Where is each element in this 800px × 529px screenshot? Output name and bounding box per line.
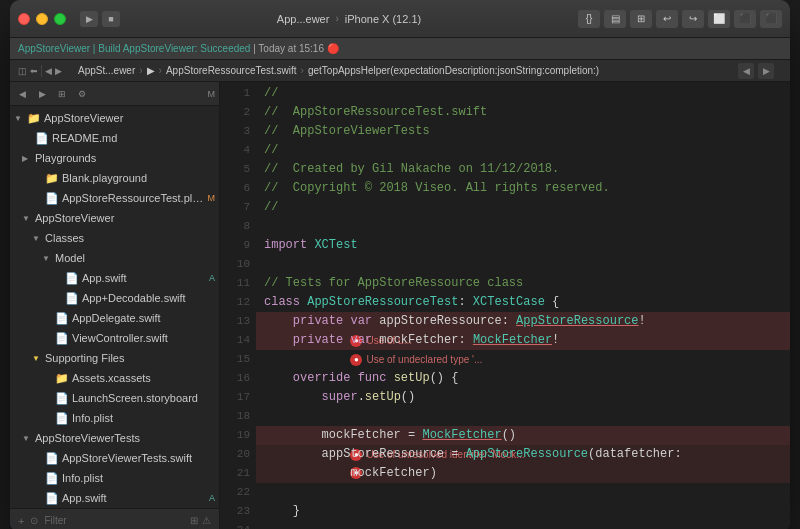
code-line-6: // Copyright © 2018 Viseo. All rights re…	[256, 179, 790, 198]
tree-item-readme[interactable]: 📄 README.md	[10, 128, 219, 148]
next-btn[interactable]: ▶	[758, 63, 774, 79]
code-line-16: override func setUp() {	[256, 369, 790, 388]
tests-app-label: App.swift	[62, 492, 206, 504]
bc-sep3: ›	[301, 65, 304, 76]
code-line-9: import XCTest	[256, 236, 790, 255]
run-button[interactable]: ▶	[80, 11, 98, 27]
layout3-btn[interactable]: ⬛	[760, 10, 782, 28]
tree-item-tests-plist[interactable]: 📄 Info.plist	[10, 468, 219, 488]
viewertests-label: AppStoreViewerTests.swift	[62, 452, 215, 464]
nav-fwd[interactable]: ↪	[682, 10, 704, 28]
code-line-2: // AppStoreRessourceTest.swift	[256, 103, 790, 122]
close-button[interactable]	[18, 13, 30, 25]
chevron-down-icon3: ▼	[32, 234, 42, 243]
tree-item-appstore-playground[interactable]: 📄 AppStoreRessourceTest.playground M	[10, 188, 219, 208]
sidebar-nav-btn[interactable]: ◀	[14, 86, 30, 102]
status-indicator: 🔴	[327, 43, 339, 54]
tree-item-appstoreviewer[interactable]: ▼ AppStoreViewer	[10, 208, 219, 228]
warning-icon[interactable]: ⚠	[202, 515, 211, 526]
fwd-btn[interactable]: ▶	[55, 66, 62, 76]
tree-item-infoplist[interactable]: 📄 Info.plist	[10, 408, 219, 428]
code-line-4: //	[256, 141, 790, 160]
line-num-18: 18	[220, 407, 250, 426]
tree-item-assets[interactable]: 📁 Assets.xcassets	[10, 368, 219, 388]
code-line-21: mockFetcher)	[256, 464, 790, 483]
sidebar-toggle[interactable]: ◫	[18, 66, 27, 76]
line-num-1: 1	[220, 84, 250, 103]
tree-item-tests-swift[interactable]: 📄 AppStoreViewerTests.swift	[10, 448, 219, 468]
add-icon[interactable]: +	[18, 515, 24, 527]
sidebar-settings-btn[interactable]: ⚙	[74, 86, 90, 102]
swift-icon6: 📄	[45, 492, 59, 505]
code-line-18	[256, 407, 790, 426]
tree-item-appdelegate[interactable]: 📄 AppDelegate.swift	[10, 308, 219, 328]
breadcrumb-folder[interactable]: ▶	[147, 65, 155, 76]
line-num-6: 6	[220, 179, 250, 198]
tree-item-app-decodable[interactable]: 📄 App+Decodable.swift	[10, 288, 219, 308]
sort-icon[interactable]: ⊞	[190, 515, 198, 526]
sidebar-fwd-btn[interactable]: ▶	[34, 86, 50, 102]
line-num-24: 24	[220, 521, 250, 529]
appstore-playground-label: AppStoreRessourceTest.playground	[62, 192, 205, 204]
tree-item-supporting[interactable]: ▼ Supporting Files	[10, 348, 219, 368]
inspector-button[interactable]: ⊞	[630, 10, 652, 28]
line-num-11: 11	[220, 274, 250, 293]
playground-icon: 📁	[45, 172, 59, 185]
titlebar: ▶ ■ App...ewer › iPhone X (12.1) {} ▤ ⊞ …	[10, 0, 790, 38]
tree-item-viewcontroller[interactable]: 📄 ViewController.swift	[10, 328, 219, 348]
sidebar-expand-btn[interactable]: ⊞	[54, 86, 70, 102]
tree-item-tests-app[interactable]: 📄 App.swift A	[10, 488, 219, 508]
code-line-7: //	[256, 198, 790, 217]
swift-icon4: 📄	[55, 332, 69, 345]
breadcrumb-file[interactable]: AppSt...ewer	[78, 65, 135, 76]
tree-item-playgrounds[interactable]: ▶ Playgrounds	[10, 148, 219, 168]
maximize-button[interactable]	[54, 13, 66, 25]
layout2-btn[interactable]: ⬛	[734, 10, 756, 28]
tree-item-blank-playground[interactable]: 📁 Blank.playground	[10, 168, 219, 188]
added-badge: A	[209, 273, 215, 283]
app-swift-label: App.swift	[82, 272, 206, 284]
line-num-14: 14	[220, 331, 250, 350]
grid-button[interactable]: ▤	[604, 10, 626, 28]
layout1-btn[interactable]: ⬜	[708, 10, 730, 28]
tree-item-classes[interactable]: ▼ Classes	[10, 228, 219, 248]
line-num-15: 15	[220, 350, 250, 369]
tree-item-tests[interactable]: ▼ AppStoreViewerTests	[10, 428, 219, 448]
code-content[interactable]: // // AppStoreRessourceTest.swift // App…	[256, 82, 790, 529]
prev-btn[interactable]: ◀	[738, 63, 754, 79]
hide-btn[interactable]: ⬅	[30, 66, 38, 76]
tree-item-launchscreen[interactable]: 📄 LaunchScreen.storyboard	[10, 388, 219, 408]
sidebar: ◀ ▶ ⊞ ⚙ M ▼ 📁 AppStoreViewer 📄 README.md	[10, 82, 220, 529]
appdelegate-label: AppDelegate.swift	[72, 312, 215, 324]
nav-controls: ◫ ⬅ ◀ ▶	[18, 65, 62, 77]
traffic-lights	[18, 13, 66, 25]
doc-icon2: 📄	[45, 192, 59, 205]
readme-label: README.md	[52, 132, 215, 144]
line-num-8: 8	[220, 217, 250, 236]
tree-item-root[interactable]: ▼ 📁 AppStoreViewer	[10, 108, 219, 128]
breadcrumb-swift[interactable]: AppStoreRessourceTest.swift	[166, 65, 297, 76]
minimize-button[interactable]	[36, 13, 48, 25]
main-area: ◀ ▶ ⊞ ⚙ M ▼ 📁 AppStoreViewer 📄 README.md	[10, 82, 790, 529]
nav-back[interactable]: ↩	[656, 10, 678, 28]
code-line-20: appStoreRessource = AppStoreRessource(da…	[256, 445, 790, 464]
swift-icon2: 📄	[65, 292, 79, 305]
added-badge2: A	[209, 493, 215, 503]
code-line-23: }	[256, 502, 790, 521]
code-line-24	[256, 521, 790, 529]
titlebar-right: {} ▤ ⊞ ↩ ↪ ⬜ ⬛ ⬛	[578, 10, 782, 28]
plist-icon2: 📄	[45, 472, 59, 485]
stop-button[interactable]: ■	[102, 11, 120, 27]
tree-item-app-swift[interactable]: 📄 App.swift A	[10, 268, 219, 288]
bc-sep1: ›	[139, 65, 142, 76]
swift-icon3: 📄	[55, 312, 69, 325]
breadcrumb-func[interactable]: getTopAppsHelper(expectationDescription:…	[308, 65, 599, 76]
code-line-3: // AppStoreViewerTests	[256, 122, 790, 141]
editor-breadcrumb: AppSt...ewer › ▶ › AppStoreRessourceTest…	[70, 63, 782, 79]
back-btn[interactable]: ◀	[45, 66, 52, 76]
swift-icon5: 📄	[45, 452, 59, 465]
braces-button[interactable]: {}	[578, 10, 600, 28]
tree-item-model[interactable]: ▼ Model	[10, 248, 219, 268]
line-num-3: 3	[220, 122, 250, 141]
code-editor[interactable]: 1 2 3 4 5 6 7 8 9 10 11 12 13 14 15 16 1	[220, 82, 790, 529]
